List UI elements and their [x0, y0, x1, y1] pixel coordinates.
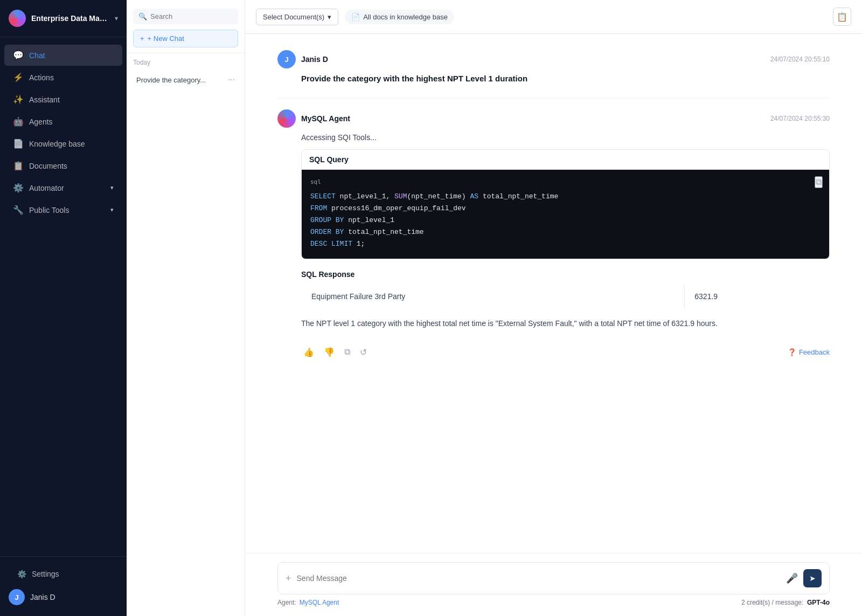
sidebar-item-label: Chat [29, 51, 45, 60]
message-actions: 👍 👎 ⧉ ↺ ❓ Feedback [301, 345, 830, 359]
sidebar-item-label: Public Tools [29, 206, 69, 214]
top-bar: Select Document(s) ▾ 📄 All docs in knowl… [245, 0, 862, 34]
sidebar-item-assistant[interactable]: ✨ Assistant [4, 89, 122, 110]
sidebar-item-documents[interactable]: 📋 Documents [4, 155, 122, 176]
user-info[interactable]: J Janis D [4, 585, 122, 610]
list-item[interactable]: Provide the category... ··· [130, 71, 241, 89]
message-sender: Janis D [301, 55, 328, 64]
chevron-down-icon: ▾ [115, 15, 118, 22]
more-options-icon[interactable]: ··· [228, 75, 235, 85]
doc-view-icon: 📋 [837, 12, 847, 22]
sidebar-item-label: Documents [29, 162, 67, 170]
user-message-text: Provide the category with the highest NP… [301, 74, 830, 83]
sql-response-title: SQL Response [301, 270, 830, 284]
chat-panel-header: 🔍 + + New Chat [127, 0, 245, 53]
feedback-icon: ❓ [788, 348, 796, 356]
message-header: J Janis D 24/07/2024 20:55:10 [277, 50, 830, 68]
refresh-button[interactable]: ↺ [358, 345, 369, 359]
main-content: Select Document(s) ▾ 📄 All docs in knowl… [245, 0, 862, 616]
copy-message-button[interactable]: ⧉ [342, 345, 352, 359]
table-row: Equipment Failure 3rd Party 6321.9 [302, 285, 830, 309]
search-box[interactable]: 🔍 [133, 9, 238, 24]
avatar: J [9, 589, 25, 605]
table-cell: Equipment Failure 3rd Party [302, 285, 685, 309]
sidebar-item-label: Actions [29, 73, 54, 82]
sidebar-item-label: Agents [29, 117, 53, 126]
sidebar-item-public-tools[interactable]: 🔧 Public Tools ▾ [4, 199, 122, 220]
knowledge-icon: 📄 [13, 139, 24, 149]
tools-icon: 🔧 [13, 205, 24, 215]
input-box: + 🎤 ➤ [277, 562, 830, 594]
agent-label: Agent: [277, 599, 296, 606]
input-meta: Agent: MySQL Agent 2 credit(s) / message… [277, 594, 830, 611]
mic-icon[interactable]: 🎤 [786, 572, 798, 584]
feedback-button[interactable]: ❓ Feedback [788, 348, 830, 356]
avatar: J [277, 50, 296, 68]
sql-response-block: SQL Response Equipment Failure 3rd Party… [301, 270, 830, 309]
model-badge: GPT-4o [807, 599, 830, 606]
all-docs-label: All docs in knowledge base [363, 13, 448, 21]
sql-lang-badge: sql [310, 178, 821, 185]
feedback-label: Feedback [799, 348, 830, 356]
agent-avatar [277, 109, 296, 128]
agent-response: Accessing SQI Tools... SQL Query sql ⧉ S… [301, 133, 830, 330]
automator-icon: ⚙️ [13, 183, 24, 193]
settings-icon: ⚙️ [17, 570, 26, 578]
result-text: The NPT level 1 category with the highes… [301, 317, 830, 329]
actions-icon: ⚡ [13, 72, 24, 82]
message-group: MySQL Agent 24/07/2024 20:55:30 Accessin… [277, 109, 830, 330]
message-input[interactable] [297, 574, 781, 583]
agents-icon: 🤖 [13, 116, 24, 127]
sidebar-item-agents[interactable]: 🤖 Agents [4, 111, 122, 132]
chat-panel: 🔍 + + New Chat Today Provide the categor… [127, 0, 245, 616]
settings-label: Settings [32, 570, 59, 578]
message-group: J Janis D 24/07/2024 20:55:10 Provide th… [277, 50, 830, 83]
message-time: 24/07/2024 20:55:30 [770, 115, 830, 122]
message-time: 24/07/2024 20:55:10 [770, 56, 830, 63]
attach-icon[interactable]: + [286, 573, 291, 584]
sidebar-item-knowledge[interactable]: 📄 Knowledge base [4, 133, 122, 154]
sidebar-item-settings[interactable]: ⚙️ Settings [9, 564, 118, 584]
credits-info: 2 credit(s) / message: GPT-4o [741, 599, 830, 606]
sidebar-item-chat[interactable]: 💬 Chat [4, 45, 122, 66]
sidebar-item-automator[interactable]: ⚙️ Automator ▾ [4, 177, 122, 198]
message-sender: MySQL Agent [301, 114, 350, 123]
all-docs-badge: 📄 All docs in knowledge base [345, 10, 454, 24]
search-input[interactable] [150, 12, 233, 20]
sidebar-footer: ⚙️ Settings J Janis D [0, 556, 127, 616]
chevron-down-icon: ▾ [328, 13, 331, 21]
input-area: + 🎤 ➤ Agent: MySQL Agent 2 credit(s) / m… [245, 553, 862, 616]
sidebar-item-label: Knowledge base [29, 140, 85, 148]
message-header: MySQL Agent 24/07/2024 20:55:30 [277, 109, 830, 128]
table-cell: 6321.9 [685, 285, 830, 309]
sidebar-item-label: Automator [29, 184, 64, 192]
response-table: Equipment Failure 3rd Party 6321.9 [301, 284, 830, 309]
sql-code-wrapper: sql ⧉ SELECT npt_level_1, SUM(npt_net_ti… [302, 170, 829, 259]
chevron-down-icon: ▾ [110, 206, 114, 213]
sql-code: SELECT npt_level_1, SUM(npt_net_time) AS… [310, 191, 821, 250]
sidebar-header[interactable]: Enterprise Data Mana.. ▾ [0, 0, 127, 37]
divider [277, 98, 830, 99]
doc-view-button[interactable]: 📋 [833, 8, 851, 26]
plus-icon: + [140, 34, 144, 43]
copy-code-button[interactable]: ⧉ [815, 176, 823, 188]
select-doc-label: Select Document(s) [263, 13, 324, 21]
accessing-label: Accessing SQI Tools... [301, 133, 830, 142]
chevron-down-icon: ▾ [110, 184, 114, 191]
messages-area: J Janis D 24/07/2024 20:55:10 Provide th… [245, 34, 862, 553]
documents-icon: 📋 [13, 161, 24, 171]
sidebar-item-actions[interactable]: ⚡ Actions [4, 67, 122, 88]
select-documents-button[interactable]: Select Document(s) ▾ [256, 9, 338, 25]
chat-icon: 💬 [13, 50, 24, 60]
agent-name-link[interactable]: MySQL Agent [300, 599, 339, 606]
app-title: Enterprise Data Mana.. [31, 14, 109, 23]
sql-query-block: SQL Query sql ⧉ SELECT npt_level_1, SUM(… [301, 149, 830, 259]
sql-query-title: SQL Query [302, 150, 829, 170]
send-button[interactable]: ➤ [803, 569, 822, 587]
send-icon: ➤ [809, 574, 816, 583]
app-logo [9, 10, 26, 27]
new-chat-button[interactable]: + + New Chat [133, 30, 238, 47]
thumbs-up-button[interactable]: 👍 [301, 345, 316, 359]
credits-label: 2 credit(s) / message: [741, 599, 803, 606]
thumbs-down-button[interactable]: 👎 [322, 345, 337, 359]
